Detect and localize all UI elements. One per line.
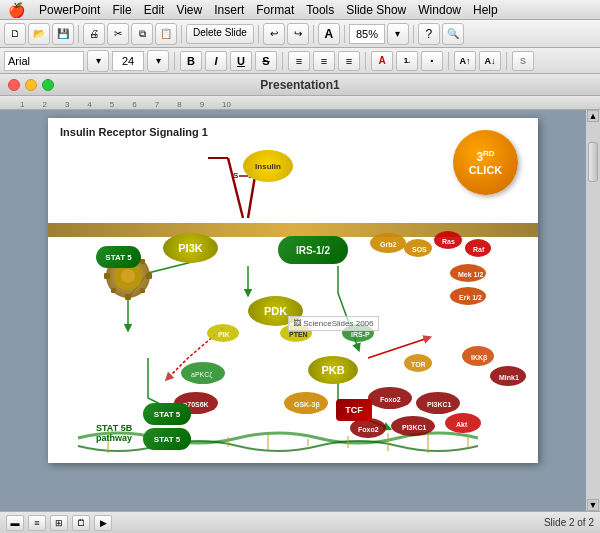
menu-format[interactable]: Format bbox=[250, 3, 300, 17]
font-name-dropdown[interactable]: ▾ bbox=[87, 50, 109, 72]
ruler-mark: 9 bbox=[200, 100, 204, 109]
increase-size-btn[interactable]: A↑ bbox=[454, 51, 476, 71]
svg-rect-14 bbox=[146, 273, 152, 279]
shadow-btn[interactable]: S bbox=[512, 51, 534, 71]
svg-text:PTEN: PTEN bbox=[289, 331, 308, 338]
menu-help[interactable]: Help bbox=[467, 3, 504, 17]
format-toolbar: Arial ▾ 24 ▾ B I U S ≡ ≡ ≡ A 1. • A↑ A↓ … bbox=[0, 48, 600, 74]
svg-text:Mek 1/2: Mek 1/2 bbox=[458, 271, 483, 278]
sep8 bbox=[282, 52, 283, 70]
svg-rect-16 bbox=[140, 259, 145, 264]
svg-text:PI3KC1: PI3KC1 bbox=[427, 401, 452, 408]
copy-btn[interactable]: ⧉ bbox=[131, 23, 153, 45]
slide-panel[interactable]: Insulin Receptor Signaling 1 bbox=[0, 110, 586, 511]
align-right-btn[interactable]: ≡ bbox=[338, 51, 360, 71]
bottom-toolbar: ▬ ≡ ⊞ 🗒 ▶ Slide 2 of 2 bbox=[0, 511, 600, 533]
search-btn[interactable]: 🔍 bbox=[442, 23, 464, 45]
sep2 bbox=[181, 25, 182, 43]
svg-point-49 bbox=[416, 392, 460, 414]
decrease-size-btn[interactable]: A↓ bbox=[479, 51, 501, 71]
minimize-button[interactable] bbox=[25, 79, 37, 91]
delete-slide-button[interactable]: Delete Slide bbox=[186, 24, 254, 44]
svg-text:Mink1: Mink1 bbox=[499, 374, 519, 381]
svg-point-51 bbox=[350, 418, 386, 438]
numbering-btn[interactable]: 1. bbox=[396, 51, 418, 71]
svg-rect-0 bbox=[48, 223, 538, 237]
font-size-dropdown[interactable]: ▾ bbox=[147, 50, 169, 72]
menu-insert[interactable]: Insert bbox=[208, 3, 250, 17]
pi3k-protein: PI3K bbox=[163, 233, 218, 263]
svg-text:Grb2: Grb2 bbox=[380, 241, 396, 248]
svg-point-37 bbox=[450, 264, 486, 282]
window-title: Presentation1 bbox=[260, 78, 339, 92]
view-notes-btn[interactable]: 🗒 bbox=[72, 515, 90, 531]
view-presenter-btn[interactable]: ▶ bbox=[94, 515, 112, 531]
click-label: CLICK bbox=[469, 164, 503, 176]
menu-window[interactable]: Window bbox=[412, 3, 467, 17]
sep6 bbox=[413, 25, 414, 43]
svg-point-45 bbox=[284, 392, 328, 414]
undo-btn[interactable]: ↩ bbox=[263, 23, 285, 45]
zoom-dropdown[interactable]: ▾ bbox=[387, 23, 409, 45]
open-btn[interactable]: 📂 bbox=[28, 23, 50, 45]
text-btn[interactable]: A bbox=[318, 23, 340, 45]
svg-rect-12 bbox=[125, 294, 131, 300]
svg-rect-13 bbox=[104, 273, 110, 279]
stat5-protein: STAT 5 bbox=[96, 246, 141, 268]
svg-text:Foxo2: Foxo2 bbox=[358, 426, 379, 433]
underline-button[interactable]: U bbox=[230, 51, 252, 71]
scroll-up-btn[interactable]: ▲ bbox=[587, 110, 599, 122]
slide[interactable]: Insulin Receptor Signaling 1 bbox=[48, 118, 538, 463]
strikethrough-button[interactable]: S bbox=[255, 51, 277, 71]
new-btn[interactable]: 🗋 bbox=[4, 23, 26, 45]
menu-file[interactable]: File bbox=[106, 3, 137, 17]
svg-point-67 bbox=[207, 324, 239, 342]
view-sorter-btn[interactable]: ⊞ bbox=[50, 515, 68, 531]
menu-slideshow[interactable]: Slide Show bbox=[340, 3, 412, 17]
italic-button[interactable]: I bbox=[205, 51, 227, 71]
print-btn[interactable]: 🖨 bbox=[83, 23, 105, 45]
bold-button[interactable]: B bbox=[180, 51, 202, 71]
align-center-btn[interactable]: ≡ bbox=[313, 51, 335, 71]
save-btn[interactable]: 💾 bbox=[52, 23, 74, 45]
close-button[interactable] bbox=[8, 79, 20, 91]
svg-text:IKKβ: IKKβ bbox=[471, 354, 488, 362]
font-name-field[interactable]: Arial bbox=[4, 51, 84, 71]
ruler-mark: 7 bbox=[155, 100, 159, 109]
font-size-field[interactable]: 24 bbox=[112, 51, 144, 71]
maximize-button[interactable] bbox=[42, 79, 54, 91]
svg-text:IRS-P: IRS-P bbox=[351, 331, 370, 338]
insulin-protein: Insulin bbox=[243, 150, 293, 182]
svg-point-43 bbox=[181, 362, 225, 384]
redo-btn[interactable]: ↪ bbox=[287, 23, 309, 45]
apple-menu[interactable]: 🍎 bbox=[8, 2, 25, 18]
main-toolbar: 🗋 📂 💾 🖨 ✂ ⧉ 📋 Delete Slide ↩ ↪ A 85% ▾ ?… bbox=[0, 20, 600, 48]
sep10 bbox=[448, 52, 449, 70]
scroll-down-btn[interactable]: ▼ bbox=[587, 499, 599, 511]
slide-counter: Slide 2 of 2 bbox=[544, 517, 594, 528]
view-normal-btn[interactable]: ▬ bbox=[6, 515, 24, 531]
bullets-btn[interactable]: • bbox=[421, 51, 443, 71]
svg-point-29 bbox=[370, 233, 406, 253]
view-outline-btn[interactable]: ≡ bbox=[28, 515, 46, 531]
menu-bar: 🍎 PowerPoint File Edit View Insert Forma… bbox=[0, 0, 600, 20]
zoom-box[interactable]: 85% bbox=[349, 24, 385, 44]
align-left-btn[interactable]: ≡ bbox=[288, 51, 310, 71]
stat5-bottom-1: STAT 5 bbox=[143, 403, 191, 425]
font-color-btn[interactable]: A bbox=[371, 51, 393, 71]
menu-edit[interactable]: Edit bbox=[138, 3, 171, 17]
ruler-mark: 5 bbox=[110, 100, 114, 109]
sep7 bbox=[174, 52, 175, 70]
menu-powerpoint[interactable]: PowerPoint bbox=[33, 3, 106, 17]
svg-text:Raf: Raf bbox=[473, 246, 485, 253]
help-btn[interactable]: ? bbox=[418, 23, 440, 45]
click-number: 3RD bbox=[476, 149, 494, 164]
vertical-scrollbar[interactable]: ▲ ▼ bbox=[586, 110, 600, 511]
window-title-bar: Presentation1 bbox=[0, 74, 600, 96]
sep9 bbox=[365, 52, 366, 70]
paste-btn[interactable]: 📋 bbox=[155, 23, 177, 45]
menu-view[interactable]: View bbox=[170, 3, 208, 17]
menu-tools[interactable]: Tools bbox=[300, 3, 340, 17]
cut-btn[interactable]: ✂ bbox=[107, 23, 129, 45]
scroll-thumb[interactable] bbox=[588, 142, 598, 182]
